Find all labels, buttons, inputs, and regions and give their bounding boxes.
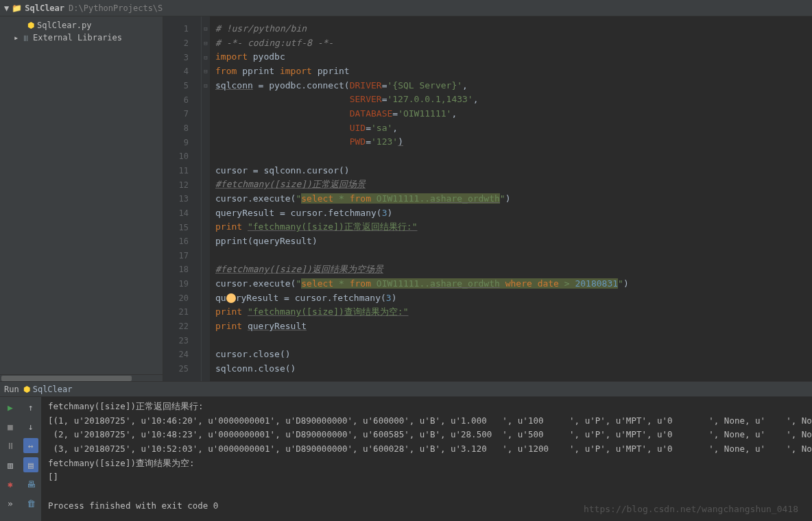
project-tree[interactable]: ⬢ SqlClear.py ▸ ⫼ External Libraries	[0, 16, 163, 374]
run-toolbar-left: ▶ ■ ⏸ ▥ ✱ »	[0, 397, 21, 521]
trash-button[interactable]: 🗑	[23, 496, 38, 511]
project-sidebar: ⬢ SqlClear.py ▸ ⫼ External Libraries	[0, 16, 163, 381]
line-number[interactable]: 1	[163, 22, 201, 36]
code-editor[interactable]: 1 2 3 4 5 6 7 8 9 10 11 12 13 14 15 16 1…	[163, 16, 812, 381]
line-number[interactable]: 11	[163, 164, 201, 178]
folder-icon: 📁	[12, 3, 22, 13]
watermark: https://blog.csdn.net/wangchangshun_0418	[584, 504, 798, 514]
chevron-right-icon: ▸	[14, 33, 21, 43]
line-number[interactable]: 13	[163, 192, 201, 206]
project-breadcrumb: ▼ 📁 SqlClear D:\PythonProjects\S	[0, 0, 812, 16]
tree-file-sqlclear[interactable]: ⬢ SqlClear.py	[0, 19, 163, 32]
line-number[interactable]: 12	[163, 178, 201, 192]
up-button[interactable]: ↑	[23, 400, 38, 415]
line-number[interactable]: 23	[163, 333, 201, 348]
pin-button[interactable]: ✱	[3, 476, 18, 492]
line-number[interactable]: 8	[163, 121, 201, 136]
line-number[interactable]: 18	[163, 263, 201, 277]
run-panel: Run ⬢ SqlClear ▶ ■ ⏸ ▥ ✱ » ↑ ↓ ↔ ▤ 🖶 🗑 f…	[0, 381, 812, 521]
python-file-icon: ⬢	[27, 21, 34, 30]
line-number[interactable]: 4	[163, 64, 201, 79]
sidebar-horizontal-scrollbar[interactable]	[0, 374, 163, 381]
code-content[interactable]: # !usr/python/bin # -*- coding:utf-8 -*-…	[210, 16, 812, 381]
project-path: D:\PythonProjects\S	[69, 3, 163, 13]
line-number[interactable]: 14	[163, 206, 201, 221]
tree-file-label: SqlClear.py	[37, 21, 91, 30]
line-number[interactable]: 15	[163, 220, 201, 234]
run-header: Run ⬢ SqlClear	[0, 382, 812, 397]
tree-external-libraries[interactable]: ▸ ⫼ External Libraries	[0, 32, 163, 44]
down-button[interactable]: ↓	[23, 419, 38, 434]
run-body: ▶ ■ ⏸ ▥ ✱ » ↑ ↓ ↔ ▤ 🖶 🗑 fetchmany([size]…	[0, 397, 812, 521]
scroll-end-button[interactable]: ▤	[23, 457, 38, 472]
print-button[interactable]: 🖶	[23, 476, 38, 492]
main-area: ⬢ SqlClear.py ▸ ⫼ External Libraries 1 2…	[0, 16, 812, 381]
run-label: Run	[4, 385, 19, 394]
line-number[interactable]: 24	[163, 348, 201, 362]
run-config-name[interactable]: SqlClear	[33, 385, 73, 394]
library-icon: ⫼	[22, 33, 30, 43]
layout-button[interactable]: ▥	[3, 457, 18, 472]
rerun-button[interactable]: ▶	[3, 400, 18, 415]
line-number[interactable]: 25	[163, 362, 201, 376]
stop-button[interactable]: ■	[3, 419, 18, 434]
console-output[interactable]: fetchmany([size])正常返回结果行: [(1, u'2018072…	[41, 397, 812, 521]
line-number-gutter[interactable]: 1 2 3 4 5 6 7 8 9 10 11 12 13 14 15 16 1…	[163, 16, 202, 381]
project-name[interactable]: SqlClear	[25, 3, 64, 13]
fold-gutter[interactable]: ⊟⊟⊟⊟⊟	[202, 16, 210, 381]
line-number[interactable]: 7	[163, 107, 201, 121]
python-icon: ⬢	[23, 385, 30, 394]
soft-wrap-button[interactable]: ↔	[23, 438, 38, 453]
chevron-down-icon[interactable]: ▼	[4, 3, 9, 13]
line-number[interactable]: 16	[163, 234, 201, 249]
line-number[interactable]: 2	[163, 36, 201, 51]
scrollbar-thumb[interactable]	[1, 376, 132, 381]
line-number[interactable]: 5	[163, 79, 201, 93]
intention-bulb-icon[interactable]	[226, 293, 236, 303]
line-number[interactable]: 17	[163, 249, 201, 263]
line-number[interactable]: 10	[163, 149, 201, 164]
line-number[interactable]: 9	[163, 135, 201, 149]
line-number[interactable]: 22	[163, 319, 201, 334]
line-number[interactable]: 21	[163, 305, 201, 319]
pause-button[interactable]: ⏸	[3, 438, 18, 453]
line-number[interactable]: 20	[163, 291, 201, 305]
line-number[interactable]: 19	[163, 277, 201, 291]
tree-libs-label: External Libraries	[33, 33, 122, 43]
line-number[interactable]: 3	[163, 50, 201, 64]
expand-button[interactable]: »	[3, 496, 18, 511]
run-toolbar-right: ↑ ↓ ↔ ▤ 🖶 🗑	[21, 397, 41, 521]
line-number[interactable]: 6	[163, 93, 201, 107]
